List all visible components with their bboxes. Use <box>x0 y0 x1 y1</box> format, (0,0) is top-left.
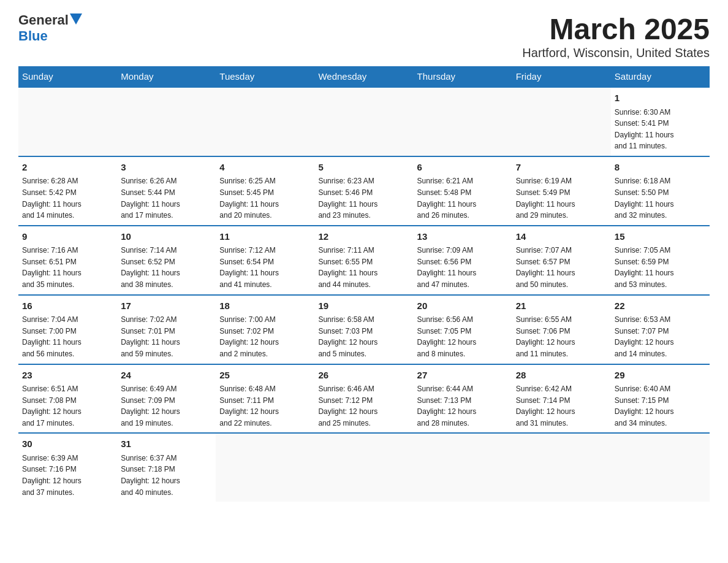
day-number: 18 <box>219 299 311 313</box>
calendar-header: SundayMondayTuesdayWednesdayThursdayFrid… <box>18 66 710 87</box>
day-of-week-header: Sunday <box>18 66 117 87</box>
logo-triangle-icon <box>70 13 82 25</box>
calendar-day-cell <box>512 433 611 502</box>
day-info: Sunrise: 6:30 AMSunset: 5:41 PMDaylight:… <box>615 107 706 152</box>
day-number: 7 <box>516 161 607 175</box>
calendar-day-cell <box>216 433 314 502</box>
day-of-week-header: Thursday <box>414 66 512 87</box>
day-number: 24 <box>121 369 212 383</box>
calendar-day-cell <box>117 87 216 156</box>
day-number: 19 <box>318 299 409 313</box>
day-number: 6 <box>417 161 509 175</box>
calendar-day-cell: 1Sunrise: 6:30 AMSunset: 5:41 PMDaylight… <box>611 87 710 156</box>
calendar-day-cell: 13Sunrise: 7:09 AMSunset: 6:56 PMDayligh… <box>414 226 512 295</box>
day-info: Sunrise: 7:00 AMSunset: 7:02 PMDaylight:… <box>219 314 311 359</box>
calendar-day-cell: 28Sunrise: 6:42 AMSunset: 7:14 PMDayligh… <box>512 364 611 434</box>
calendar-day-cell: 15Sunrise: 7:05 AMSunset: 6:59 PMDayligh… <box>611 226 710 295</box>
calendar-day-cell: 10Sunrise: 7:14 AMSunset: 6:52 PMDayligh… <box>117 226 216 295</box>
calendar-day-cell: 9Sunrise: 7:16 AMSunset: 6:51 PMDaylight… <box>18 226 117 295</box>
calendar-day-cell: 19Sunrise: 6:58 AMSunset: 7:03 PMDayligh… <box>314 295 413 364</box>
day-number: 27 <box>417 369 509 383</box>
day-info: Sunrise: 7:11 AMSunset: 6:55 PMDaylight:… <box>318 245 409 290</box>
day-number: 1 <box>615 91 706 105</box>
calendar-day-cell <box>414 433 512 502</box>
day-number: 29 <box>615 369 706 383</box>
day-info: Sunrise: 6:49 AMSunset: 7:09 PMDaylight:… <box>121 383 212 429</box>
day-number: 16 <box>22 299 113 313</box>
day-info: Sunrise: 6:46 AMSunset: 7:12 PMDaylight:… <box>318 383 409 429</box>
day-info: Sunrise: 6:39 AMSunset: 7:16 PMDaylight:… <box>22 453 113 498</box>
calendar-day-cell: 18Sunrise: 7:00 AMSunset: 7:02 PMDayligh… <box>216 295 314 364</box>
calendar-day-cell: 14Sunrise: 7:07 AMSunset: 6:57 PMDayligh… <box>512 226 611 295</box>
calendar-week-row: 30Sunrise: 6:39 AMSunset: 7:16 PMDayligh… <box>18 433 710 502</box>
day-info: Sunrise: 6:55 AMSunset: 7:06 PMDaylight:… <box>516 314 607 359</box>
calendar-week-row: 23Sunrise: 6:51 AMSunset: 7:08 PMDayligh… <box>18 364 710 434</box>
day-of-week-header: Tuesday <box>216 66 314 87</box>
logo-blue: Blue <box>18 28 48 44</box>
day-info: Sunrise: 6:56 AMSunset: 7:05 PMDaylight:… <box>417 314 509 359</box>
day-info: Sunrise: 6:25 AMSunset: 5:45 PMDaylight:… <box>219 175 311 221</box>
calendar-day-cell: 5Sunrise: 6:23 AMSunset: 5:46 PMDaylight… <box>314 156 413 226</box>
calendar-day-cell: 17Sunrise: 7:02 AMSunset: 7:01 PMDayligh… <box>117 295 216 364</box>
calendar-day-cell: 7Sunrise: 6:19 AMSunset: 5:49 PMDaylight… <box>512 156 611 226</box>
calendar-day-cell: 31Sunrise: 6:37 AMSunset: 7:18 PMDayligh… <box>117 433 216 502</box>
calendar-week-row: 9Sunrise: 7:16 AMSunset: 6:51 PMDaylight… <box>18 226 710 295</box>
day-number: 26 <box>318 369 409 383</box>
day-number: 25 <box>219 369 311 383</box>
calendar-day-cell: 6Sunrise: 6:21 AMSunset: 5:48 PMDaylight… <box>414 156 512 226</box>
calendar-day-cell: 24Sunrise: 6:49 AMSunset: 7:09 PMDayligh… <box>117 364 216 434</box>
day-info: Sunrise: 7:05 AMSunset: 6:59 PMDaylight:… <box>615 245 706 290</box>
day-info: Sunrise: 6:44 AMSunset: 7:13 PMDaylight:… <box>417 383 509 429</box>
day-number: 2 <box>22 161 113 175</box>
day-number: 20 <box>417 299 509 313</box>
calendar-table: SundayMondayTuesdayWednesdayThursdayFrid… <box>18 66 710 502</box>
day-number: 22 <box>615 299 706 313</box>
calendar-day-cell: 23Sunrise: 6:51 AMSunset: 7:08 PMDayligh… <box>18 364 117 434</box>
calendar-week-row: 2Sunrise: 6:28 AMSunset: 5:42 PMDaylight… <box>18 156 710 226</box>
calendar-day-cell <box>611 433 710 502</box>
day-number: 13 <box>417 230 509 244</box>
day-info: Sunrise: 7:04 AMSunset: 7:00 PMDaylight:… <box>22 314 113 359</box>
day-number: 21 <box>516 299 607 313</box>
calendar-day-cell: 25Sunrise: 6:48 AMSunset: 7:11 PMDayligh… <box>216 364 314 434</box>
day-headers-row: SundayMondayTuesdayWednesdayThursdayFrid… <box>18 66 710 87</box>
calendar-day-cell <box>314 87 413 156</box>
day-of-week-header: Monday <box>117 66 216 87</box>
day-info: Sunrise: 6:58 AMSunset: 7:03 PMDaylight:… <box>318 314 409 359</box>
day-info: Sunrise: 7:16 AMSunset: 6:51 PMDaylight:… <box>22 245 113 290</box>
day-info: Sunrise: 6:40 AMSunset: 7:15 PMDaylight:… <box>615 383 706 429</box>
logo-general: General <box>18 12 69 28</box>
day-number: 11 <box>219 230 311 244</box>
logo: General Blue <box>18 12 82 44</box>
day-number: 23 <box>22 369 113 383</box>
day-info: Sunrise: 6:19 AMSunset: 5:49 PMDaylight:… <box>516 175 607 221</box>
calendar-day-cell: 12Sunrise: 7:11 AMSunset: 6:55 PMDayligh… <box>314 226 413 295</box>
title-block: March 2025 Hartford, Wisconsin, United S… <box>522 12 710 60</box>
day-number: 10 <box>121 230 212 244</box>
calendar-day-cell: 26Sunrise: 6:46 AMSunset: 7:12 PMDayligh… <box>314 364 413 434</box>
page-header: General Blue March 2025 Hartford, Wiscon… <box>18 12 710 60</box>
page-subtitle: Hartford, Wisconsin, United States <box>522 46 710 60</box>
calendar-day-cell: 2Sunrise: 6:28 AMSunset: 5:42 PMDaylight… <box>18 156 117 226</box>
day-info: Sunrise: 7:14 AMSunset: 6:52 PMDaylight:… <box>121 245 212 290</box>
day-info: Sunrise: 6:48 AMSunset: 7:11 PMDaylight:… <box>219 383 311 429</box>
calendar-day-cell: 29Sunrise: 6:40 AMSunset: 7:15 PMDayligh… <box>611 364 710 434</box>
day-of-week-header: Friday <box>512 66 611 87</box>
calendar-day-cell: 22Sunrise: 6:53 AMSunset: 7:07 PMDayligh… <box>611 295 710 364</box>
day-number: 17 <box>121 299 212 313</box>
day-number: 4 <box>219 161 311 175</box>
day-info: Sunrise: 6:21 AMSunset: 5:48 PMDaylight:… <box>417 175 509 221</box>
calendar-day-cell: 3Sunrise: 6:26 AMSunset: 5:44 PMDaylight… <box>117 156 216 226</box>
day-number: 8 <box>615 161 706 175</box>
day-info: Sunrise: 6:23 AMSunset: 5:46 PMDaylight:… <box>318 175 409 221</box>
day-info: Sunrise: 6:37 AMSunset: 7:18 PMDaylight:… <box>121 453 212 498</box>
calendar-day-cell <box>18 87 117 156</box>
day-of-week-header: Wednesday <box>314 66 413 87</box>
day-info: Sunrise: 6:18 AMSunset: 5:50 PMDaylight:… <box>615 175 706 221</box>
calendar-day-cell: 30Sunrise: 6:39 AMSunset: 7:16 PMDayligh… <box>18 433 117 502</box>
day-info: Sunrise: 7:02 AMSunset: 7:01 PMDaylight:… <box>121 314 212 359</box>
day-info: Sunrise: 6:28 AMSunset: 5:42 PMDaylight:… <box>22 175 113 221</box>
calendar-day-cell: 16Sunrise: 7:04 AMSunset: 7:00 PMDayligh… <box>18 295 117 364</box>
calendar-day-cell: 21Sunrise: 6:55 AMSunset: 7:06 PMDayligh… <box>512 295 611 364</box>
calendar-week-row: 16Sunrise: 7:04 AMSunset: 7:00 PMDayligh… <box>18 295 710 364</box>
